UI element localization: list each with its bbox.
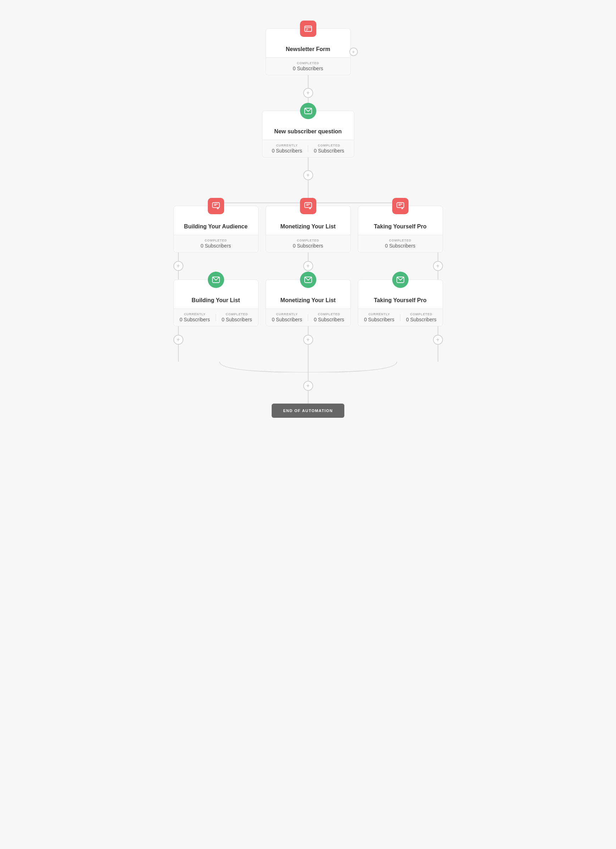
building-list-card[interactable]: Building Your List CURRENTLY 0 Subscribe… — [173, 280, 259, 326]
monetizing-list-email-title: Monetizing Your List — [272, 297, 344, 304]
taking-yourself-pro-email-body: Taking Yourself Pro — [358, 291, 443, 308]
branch-level2-row: Building Your List CURRENTLY 0 Subscribe… — [170, 280, 446, 326]
taking-yourself-pro-col: Taking Yourself Pro COMPLETED 0 Subscrib… — [358, 206, 443, 253]
connector-right-2: + — [433, 326, 443, 362]
plus-btn-left-2[interactable]: + — [173, 335, 183, 345]
building-audience-footer: COMPLETED 0 Subscribers — [174, 235, 258, 252]
connector-right-1: + — [433, 253, 443, 280]
new-subscriber-stat-completed: COMPLETED 0 Subscribers — [314, 144, 344, 153]
newsletter-form-side-plus[interactable]: + — [349, 48, 358, 56]
newsletter-form-footer: COMPLETED 0 Subscribers — [266, 57, 350, 75]
monetizing-list-icon — [300, 198, 316, 214]
monetizing-list-footer: COMPLETED 0 Subscribers — [266, 235, 350, 252]
building-audience-icon — [208, 198, 224, 214]
plus-btn-1[interactable]: + — [303, 88, 313, 98]
monetizing-list-col: Monetizing Your List COMPLETED 0 Subscri… — [266, 206, 351, 253]
newsletter-form-side-plus-wrap: + — [349, 48, 358, 56]
connector-left-1: + — [173, 253, 183, 280]
monetizing-list-email-footer: CURRENTLY 0 Subscribers COMPLETED 0 Subs… — [266, 308, 350, 326]
monetizing-list-wrapper: Monetizing Your List COMPLETED 0 Subscri… — [266, 206, 351, 253]
plus-btn-right-2[interactable]: + — [433, 335, 443, 345]
monetizing-list-email-icon — [300, 272, 316, 288]
new-subscriber-wrapper: New subscriber question CURRENTLY 0 Subs… — [262, 111, 354, 158]
building-list-col: Building Your List CURRENTLY 0 Subscribe… — [173, 280, 259, 326]
monetizing-list-email-card[interactable]: Monetizing Your List CURRENTLY 0 Subscri… — [266, 280, 351, 326]
monetizing-list-title: Monetizing Your List — [272, 223, 344, 230]
newsletter-form-stat-completed: COMPLETED 0 Subscribers — [293, 61, 323, 71]
end-automation-button[interactable]: END OF AUTOMATION — [272, 404, 344, 418]
monetizing-list-email-body: Monetizing Your List — [266, 291, 350, 308]
new-subscriber-body: New subscriber question — [262, 122, 354, 140]
taking-yourself-pro-card[interactable]: Taking Yourself Pro COMPLETED 0 Subscrib… — [358, 206, 443, 253]
taking-yourself-pro-email-footer: CURRENTLY 0 Subscribers COMPLETED 0 Subs… — [358, 308, 443, 326]
newsletter-form-wrapper: Newsletter Form COMPLETED 0 Subscribers … — [266, 28, 351, 75]
newsletter-form-icon — [300, 21, 316, 37]
flow-container: Newsletter Form COMPLETED 0 Subscribers … — [113, 14, 503, 835]
building-audience-wrapper: Building Your Audience COMPLETED 0 Subsc… — [173, 206, 259, 253]
plus-btn-center-2[interactable]: + — [303, 335, 313, 345]
building-audience-card[interactable]: Building Your Audience COMPLETED 0 Subsc… — [173, 206, 259, 253]
new-subscriber-stat-currently: CURRENTLY 0 Subscribers — [272, 144, 302, 153]
newsletter-form-body: Newsletter Form — [266, 40, 350, 57]
building-list-footer: CURRENTLY 0 Subscribers COMPLETED 0 Subs… — [174, 308, 258, 326]
building-list-title: Building Your List — [180, 297, 252, 304]
taking-yourself-pro-footer: COMPLETED 0 Subscribers — [358, 235, 443, 252]
taking-yourself-pro-icon — [392, 198, 409, 214]
final-connector: + — [303, 372, 313, 404]
newsletter-form-stat-label: COMPLETED — [297, 61, 319, 65]
newsletter-form-stat-value: 0 Subscribers — [293, 66, 323, 71]
new-subscriber-card[interactable]: New subscriber question CURRENTLY 0 Subs… — [262, 111, 354, 158]
taking-yourself-pro-wrapper: Taking Yourself Pro COMPLETED 0 Subscrib… — [358, 206, 443, 253]
plus-btn-right-1[interactable]: + — [433, 261, 443, 271]
plus-btn-center-1[interactable]: + — [303, 261, 313, 271]
connector-left-2: + — [173, 326, 183, 362]
newsletter-form-card[interactable]: Newsletter Form COMPLETED 0 Subscribers — [266, 28, 351, 75]
taking-yourself-pro-title: Taking Yourself Pro — [365, 223, 436, 230]
plus-btn-final[interactable]: + — [303, 381, 313, 391]
connector-2: + — [303, 158, 313, 200]
monetizing-list-body: Monetizing Your List — [266, 217, 350, 235]
taking-yourself-pro-email-icon — [392, 272, 409, 288]
taking-yourself-pro-email-col: Taking Yourself Pro CURRENTLY 0 Subscrib… — [358, 280, 443, 326]
building-audience-body: Building Your Audience — [174, 217, 258, 235]
newsletter-form-title: Newsletter Form — [272, 46, 344, 52]
new-subscriber-footer: CURRENTLY 0 Subscribers COMPLETED 0 Subs… — [262, 140, 354, 157]
plus-btn-left-1[interactable]: + — [173, 261, 183, 271]
svg-rect-0 — [305, 26, 312, 31]
new-subscriber-title: New subscriber question — [269, 128, 348, 135]
connector-center-2: + — [303, 326, 313, 362]
building-audience-col: Building Your Audience COMPLETED 0 Subsc… — [173, 206, 259, 253]
monetizing-list-email-col: Monetizing Your List CURRENTLY 0 Subscri… — [266, 280, 351, 326]
taking-yourself-pro-body: Taking Yourself Pro — [358, 217, 443, 235]
monetizing-list-card[interactable]: Monetizing Your List COMPLETED 0 Subscri… — [266, 206, 351, 253]
branch-level1-row: Building Your Audience COMPLETED 0 Subsc… — [170, 206, 446, 253]
building-audience-title: Building Your Audience — [180, 223, 252, 230]
taking-yourself-pro-email-card[interactable]: Taking Yourself Pro CURRENTLY 0 Subscrib… — [358, 280, 443, 326]
building-list-body: Building Your List — [174, 291, 258, 308]
new-subscriber-icon — [300, 103, 316, 119]
plus-btn-2[interactable]: + — [303, 170, 313, 180]
line-v-3 — [308, 158, 308, 170]
converge-lines — [173, 362, 443, 372]
branch-level2-plus-row: + + + — [170, 326, 446, 362]
taking-yourself-pro-email-title: Taking Yourself Pro — [365, 297, 436, 304]
line-v-4 — [308, 180, 308, 200]
building-list-icon — [208, 272, 224, 288]
line-v-1 — [308, 75, 308, 88]
